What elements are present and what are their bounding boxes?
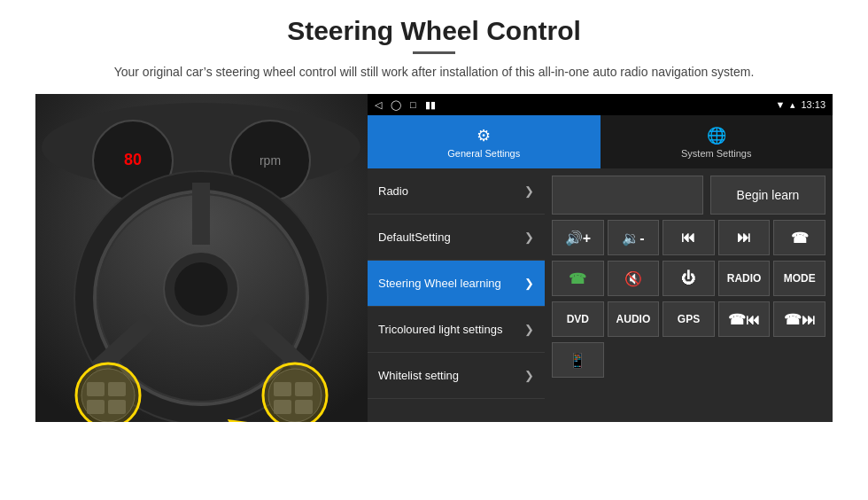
volume-up-icon: 🔊+ [565, 230, 591, 246]
prev-track-icon: ⏮ [681, 230, 695, 246]
menu-tricoloured-arrow: ❯ [524, 323, 534, 336]
title-divider [413, 51, 455, 54]
signal-icon: ▴ [790, 99, 795, 111]
gps-indicator-icon: ▼ [776, 99, 786, 110]
back-nav-icon[interactable]: ◁ [375, 99, 382, 111]
radio-label: RADIO [727, 272, 762, 285]
key-input-box [552, 176, 703, 215]
recent-nav-icon[interactable]: □ [410, 99, 416, 110]
menu-item-whitelist[interactable]: Whitelist setting ❯ [368, 353, 545, 399]
tel-prev-button[interactable]: ☎⏮ [718, 301, 771, 337]
globe-icon: 🌐 [707, 126, 726, 145]
tel-next-button[interactable]: ☎⏭ [773, 301, 825, 337]
answer-icon: ☎ [569, 270, 586, 287]
content-area: 80 rpm [35, 94, 833, 422]
phone-icon: ☎ [791, 230, 809, 246]
menu-whitelist-arrow: ❯ [524, 369, 534, 382]
begin-learn-button[interactable]: Begin learn [710, 176, 825, 215]
power-icon: ⏻ [681, 270, 695, 286]
menu-whitelist-label: Whitelist setting [378, 369, 524, 382]
audio-label: AUDIO [616, 313, 651, 325]
device-screen: ◁ ◯ □ ▮▮ ▼ ▴ 13:13 ⚙ General Settings [368, 94, 833, 422]
tab-bar: ⚙ General Settings 🌐 System Settings [368, 115, 833, 168]
controls-row-2: ☎ 🔇 ⏻ RADIO MODE [552, 261, 825, 296]
controls-row-3: DVD AUDIO GPS ☎⏮ ☎⏭ [552, 301, 825, 337]
next-track-icon: ⏭ [737, 230, 751, 246]
volume-down-icon: 🔉- [622, 230, 644, 246]
gps-label: GPS [678, 313, 700, 325]
status-bar-right: ▼ ▴ 13:13 [776, 99, 825, 111]
tel-prev-icon: ☎⏮ [728, 311, 760, 328]
mode-label: MODE [784, 272, 816, 285]
right-panel: Begin learn 🔊+ 🔉- ⏮ [545, 168, 833, 422]
svg-text:80: 80 [124, 151, 142, 168]
media-card-icon: 📱 [569, 352, 586, 369]
menu-list: Radio ❯ DefaultSetting ❯ Steering Wheel … [368, 168, 545, 422]
power-button[interactable]: ⏻ [663, 261, 715, 296]
svg-point-13 [174, 262, 228, 316]
home-nav-icon[interactable]: ◯ [391, 99, 401, 111]
menu-item-radio[interactable]: Radio ❯ [368, 168, 545, 215]
prev-track-button[interactable]: ⏮ [663, 220, 715, 255]
tab-general-settings[interactable]: ⚙ General Settings [368, 115, 601, 168]
menu-default-label: DefaultSetting [378, 230, 524, 244]
mode-button[interactable]: MODE [773, 261, 825, 296]
gear-settings-icon: ⚙ [477, 126, 491, 145]
media-card-button[interactable]: 📱 [552, 342, 604, 378]
svg-text:rpm: rpm [260, 153, 281, 168]
phone-button[interactable]: ☎ [773, 220, 825, 255]
volume-up-button[interactable]: 🔊+ [552, 220, 604, 255]
menu-radio-label: Radio [378, 184, 524, 198]
status-bar: ◁ ◯ □ ▮▮ ▼ ▴ 13:13 [368, 94, 833, 115]
tab-system-settings[interactable]: 🌐 System Settings [601, 115, 833, 168]
volume-down-button[interactable]: 🔉- [608, 220, 660, 255]
svg-point-24 [76, 363, 140, 422]
answer-button[interactable]: ☎ [552, 261, 604, 296]
tab-system-label: System Settings [681, 148, 751, 159]
tel-next-icon: ☎⏭ [784, 311, 816, 328]
status-bar-nav: ◁ ◯ □ ▮▮ [375, 99, 436, 111]
device-main: Radio ❯ DefaultSetting ❯ Steering Wheel … [368, 168, 833, 422]
menu-default-arrow: ❯ [524, 230, 534, 244]
pause-nav-icon[interactable]: ▮▮ [425, 99, 436, 111]
mute-button[interactable]: 🔇 [608, 261, 660, 296]
menu-radio-arrow: ❯ [524, 184, 534, 198]
radio-button[interactable]: RADIO [718, 261, 771, 296]
controls-row-1: 🔊+ 🔉- ⏮ ⏭ ☎ [552, 220, 825, 255]
page-wrapper: Steering Wheel Control Your original car… [0, 0, 868, 431]
gps-button[interactable]: GPS [663, 301, 715, 337]
svg-point-25 [263, 363, 327, 422]
dvd-button[interactable]: DVD [552, 301, 604, 337]
audio-button[interactable]: AUDIO [608, 301, 660, 337]
next-track-button[interactable]: ⏭ [718, 220, 771, 255]
menu-item-tricoloured[interactable]: Tricoloured light settings ❯ [368, 307, 545, 353]
tab-general-label: General Settings [447, 148, 520, 159]
mute-icon: 🔇 [624, 270, 642, 287]
menu-tricoloured-label: Tricoloured light settings [378, 323, 524, 336]
menu-item-steering-wheel[interactable]: Steering Wheel learning ❯ [368, 261, 545, 307]
controls-row-4: 📱 [552, 342, 825, 378]
menu-item-default-setting[interactable]: DefaultSetting ❯ [368, 215, 545, 261]
steering-wheel-image: 80 rpm [35, 94, 368, 422]
page-title: Steering Wheel Control [35, 16, 833, 46]
menu-steering-label: Steering Wheel learning [378, 277, 524, 290]
top-row: Begin learn [552, 176, 825, 215]
status-time: 13:13 [801, 99, 825, 110]
page-subtitle: Your original car’s steering wheel contr… [35, 63, 833, 82]
menu-steering-arrow: ❯ [524, 277, 534, 290]
dvd-label: DVD [567, 313, 589, 325]
